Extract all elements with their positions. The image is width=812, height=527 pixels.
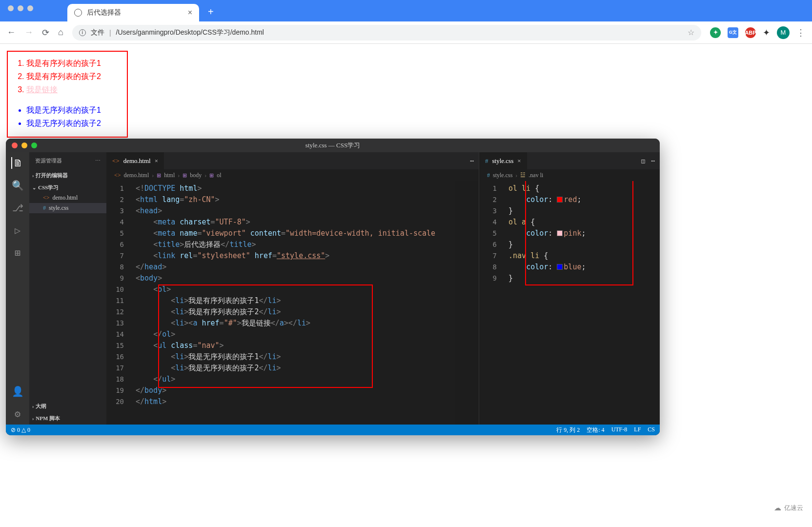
close-icon[interactable]: × bbox=[517, 157, 521, 165]
window-traffic-lights bbox=[8, 5, 33, 11]
status-lang[interactable]: CS bbox=[648, 426, 655, 434]
browser-tab-strip: 后代选择器 × + bbox=[0, 0, 812, 21]
editor-group-left: <> demo.html × ⋯ <> demo.html› ⊞html› ⊞b… bbox=[106, 152, 479, 425]
code-editor-right[interactable]: 123456789 ol li { color: red;}ol a { col… bbox=[479, 181, 660, 425]
breadcrumb-left[interactable]: <> demo.html› ⊞html› ⊞body› ⊞ol bbox=[106, 169, 479, 181]
open-editors-header[interactable]: ›打开的编辑器 bbox=[29, 170, 106, 181]
adblock-icon[interactable]: ABP bbox=[745, 27, 756, 38]
file-item-style[interactable]: #style.css bbox=[29, 203, 106, 213]
home-button[interactable]: ⌂ bbox=[58, 27, 63, 38]
unordered-list: 我是无序列表的孩子1 我是无序列表的孩子2 bbox=[16, 103, 119, 130]
address-bar[interactable]: i 文件 | /Users/ganmingpro/Desktop/CSS学习/d… bbox=[72, 25, 701, 41]
reload-button[interactable]: ⟳ bbox=[42, 27, 49, 38]
code-editor-left[interactable]: 1234567891011121314151617181920 <!DOCTYP… bbox=[106, 181, 479, 425]
more-icon[interactable]: ⋯ bbox=[95, 158, 101, 164]
close-icon[interactable]: × bbox=[155, 157, 158, 165]
activity-bar: 🗎 🔍 ⎇ ▷ ⊞ 👤 ⚙ bbox=[6, 152, 29, 425]
minimap[interactable] bbox=[455, 181, 479, 425]
workspace-header[interactable]: ⌄CSS学习 bbox=[29, 182, 106, 193]
url-path: /Users/ganmingpro/Desktop/CSS学习/demo.htm… bbox=[116, 28, 264, 37]
tab-title: 后代选择器 bbox=[87, 8, 121, 17]
list-item: 我是链接 bbox=[26, 83, 119, 96]
editor-tab-style[interactable]: # style.css × bbox=[479, 152, 528, 169]
profile-avatar[interactable]: M bbox=[777, 26, 790, 39]
forward-button[interactable]: → bbox=[24, 27, 33, 38]
demo-output-box: 我是有序列表的孩子1 我是有序列表的孩子2 我是链接 我是无序列表的孩子1 我是… bbox=[7, 51, 128, 138]
html-file-icon: <> bbox=[114, 172, 121, 179]
traffic-close[interactable] bbox=[8, 5, 14, 11]
watermark: ☁ 亿速云 bbox=[768, 502, 809, 514]
browser-tab[interactable]: 后代选择器 × bbox=[67, 4, 199, 21]
window-title: style.css — CSS学习 bbox=[305, 141, 360, 150]
file-item-demo[interactable]: <>demo.html bbox=[29, 193, 106, 203]
source-control-icon[interactable]: ⎇ bbox=[12, 202, 23, 214]
account-icon[interactable]: 👤 bbox=[12, 385, 23, 397]
bookmark-icon[interactable]: ☆ bbox=[688, 28, 694, 37]
url-scheme: 文件 bbox=[91, 28, 104, 37]
npm-header[interactable]: ›NPM 脚本 bbox=[29, 413, 106, 424]
breadcrumb-right[interactable]: # style.css› ☳.nav li bbox=[479, 169, 660, 181]
status-spaces[interactable]: 空格: 4 bbox=[587, 426, 604, 434]
status-eol[interactable]: LF bbox=[634, 426, 641, 434]
search-icon[interactable]: 🔍 bbox=[12, 180, 23, 191]
browser-menu-icon[interactable]: ⋮ bbox=[796, 27, 805, 38]
html-file-icon: <> bbox=[112, 157, 120, 165]
explorer-title: 资源管理器 bbox=[35, 157, 62, 164]
explorer-sidebar: 资源管理器 ⋯ ›打开的编辑器 ⌄CSS学习 <>demo.html #styl… bbox=[29, 152, 106, 425]
demo-link[interactable]: 我是链接 bbox=[26, 85, 58, 94]
info-icon[interactable]: i bbox=[79, 29, 86, 36]
debug-icon[interactable]: ▷ bbox=[12, 224, 23, 236]
status-position[interactable]: 行 9, 列 2 bbox=[556, 426, 580, 434]
vscode-window: style.css — CSS学习 🗎 🔍 ⎇ ▷ ⊞ 👤 ⚙ 资源管理器 ⋯ … bbox=[6, 139, 660, 435]
extensions-area: ✦ G文 ABP ✦ M ⋮ bbox=[710, 26, 805, 39]
traffic-max[interactable] bbox=[27, 5, 33, 11]
explorer-icon[interactable]: 🗎 bbox=[11, 157, 23, 169]
split-icon[interactable]: ◫ bbox=[641, 157, 645, 164]
settings-icon[interactable]: ⚙ bbox=[12, 408, 23, 420]
close-icon[interactable]: × bbox=[188, 8, 192, 17]
extensions-menu-icon[interactable]: ✦ bbox=[763, 27, 770, 38]
webpage-content: 我是有序列表的孩子1 我是有序列表的孩子2 我是链接 我是无序列表的孩子1 我是… bbox=[0, 44, 812, 144]
list-item: 我是无序列表的孩子2 bbox=[26, 117, 119, 130]
extension-icon[interactable]: ✦ bbox=[710, 27, 721, 38]
more-icon[interactable]: ⋯ bbox=[470, 157, 474, 164]
list-item: 我是有序列表的孩子2 bbox=[26, 70, 119, 83]
editor-tab-demo[interactable]: <> demo.html × bbox=[106, 152, 164, 169]
list-item: 我是无序列表的孩子1 bbox=[26, 103, 119, 117]
new-tab-button[interactable]: + bbox=[199, 6, 223, 18]
status-encoding[interactable]: UTF-8 bbox=[611, 426, 628, 434]
ordered-list: 我是有序列表的孩子1 我是有序列表的孩子2 我是链接 bbox=[16, 57, 119, 97]
traffic-min[interactable] bbox=[21, 142, 27, 148]
status-bar: ⊘ 0 △ 0 行 9, 列 2 空格: 4 UTF-8 LF CS bbox=[6, 425, 660, 435]
cloud-icon: ☁ bbox=[774, 504, 781, 512]
browser-toolbar: ← → ⟳ ⌂ i 文件 | /Users/ganmingpro/Desktop… bbox=[0, 21, 812, 44]
globe-icon bbox=[74, 9, 82, 17]
back-button[interactable]: ← bbox=[7, 27, 16, 38]
traffic-min[interactable] bbox=[18, 5, 23, 11]
css-file-icon: # bbox=[485, 157, 488, 165]
editor-group-right: # style.css × ◫ ⋯ # style.css› ☳.nav li … bbox=[479, 152, 660, 425]
list-item: 我是有序列表的孩子1 bbox=[26, 57, 119, 70]
translate-icon[interactable]: G文 bbox=[728, 27, 738, 38]
traffic-close[interactable] bbox=[12, 142, 18, 148]
css-file-icon: # bbox=[487, 172, 490, 179]
traffic-max[interactable] bbox=[31, 142, 37, 148]
more-icon[interactable]: ⋯ bbox=[651, 157, 655, 164]
outline-header[interactable]: ›大纲 bbox=[29, 401, 106, 411]
vscode-titlebar[interactable]: style.css — CSS学习 bbox=[6, 139, 660, 152]
extensions-icon[interactable]: ⊞ bbox=[12, 247, 23, 259]
status-problems[interactable]: ⊘ 0 △ 0 bbox=[11, 426, 30, 434]
